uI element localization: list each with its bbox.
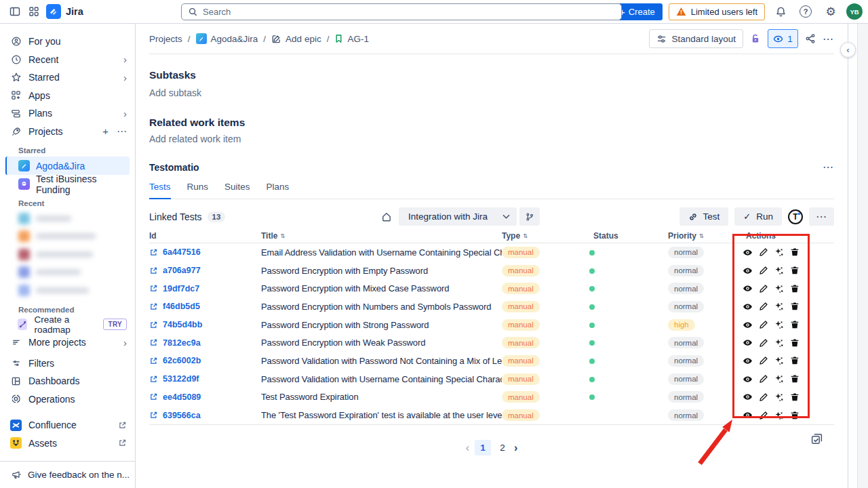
delete-action-icon[interactable] (789, 410, 800, 420)
edit-action-icon[interactable] (758, 247, 768, 258)
eye-action-icon[interactable] (743, 320, 753, 330)
sidebar-item-create-roadmap[interactable]: Create a roadmap TRY (0, 316, 135, 334)
tab-tests[interactable]: Tests (149, 182, 171, 199)
eye-action-icon[interactable] (743, 302, 753, 312)
unlock-icon[interactable] (750, 33, 761, 44)
delete-action-icon[interactable] (789, 374, 800, 384)
page-2-button[interactable]: 2 (496, 440, 509, 455)
edit-action-icon[interactable] (758, 283, 768, 293)
ai-sparkles-action-icon[interactable] (774, 320, 784, 330)
settings-gear-icon[interactable]: ⚙ (821, 3, 840, 20)
sidebar-item-recent[interactable]: Recent › (0, 51, 135, 69)
git-branch-icon[interactable] (519, 207, 540, 226)
recent-project-item[interactable] (0, 245, 135, 264)
edit-action-icon[interactable] (758, 302, 768, 312)
recent-project-item[interactable] (0, 228, 135, 246)
eye-action-icon[interactable] (743, 266, 753, 276)
sidebar-item-assets[interactable]: Assets (0, 434, 135, 453)
notifications-bell-icon[interactable] (771, 3, 790, 20)
sidebar-project-agoda-jira[interactable]: Agoda&Jira (5, 157, 130, 175)
test-id-link[interactable]: 62c6002b (163, 356, 201, 365)
edit-action-icon[interactable] (758, 338, 768, 348)
ai-sparkles-action-icon[interactable] (774, 283, 784, 293)
test-id-link[interactable]: a706a977 (163, 266, 201, 275)
ai-sparkles-action-icon[interactable] (774, 410, 784, 420)
bulk-select-icon[interactable] (810, 432, 823, 445)
testomatio-more-icon[interactable]: ⋯ (823, 161, 834, 174)
delete-action-icon[interactable] (789, 338, 800, 348)
linked-tests-more-icon[interactable]: ⋯ (809, 207, 834, 226)
sidebar-item-confluence[interactable]: Confluence (0, 416, 135, 434)
test-id-link[interactable]: 7812ec9a (163, 338, 201, 348)
share-icon[interactable] (805, 33, 816, 44)
collapse-panel-button[interactable]: ‹ (840, 42, 856, 58)
delete-action-icon[interactable] (789, 266, 800, 276)
search-input[interactable] (203, 7, 615, 17)
ai-sparkles-action-icon[interactable] (774, 374, 784, 384)
help-icon[interactable]: ? (796, 3, 815, 20)
column-priority[interactable]: Priority⇅ (660, 231, 736, 241)
breadcrumb-project[interactable]: Agoda&Jira (196, 33, 258, 44)
collapse-sidebar-icon[interactable] (5, 3, 24, 20)
column-actions[interactable]: Actions (736, 231, 817, 241)
ai-sparkles-action-icon[interactable] (774, 247, 784, 258)
recent-project-item[interactable] (0, 264, 135, 282)
test-id-link[interactable]: 74b5d4bb (163, 320, 202, 329)
edit-action-icon[interactable] (758, 410, 768, 420)
sidebar-item-operations[interactable]: Operations (0, 390, 135, 409)
eye-action-icon[interactable] (743, 247, 753, 258)
delete-action-icon[interactable] (789, 392, 800, 402)
test-id-link[interactable]: f46db5d5 (163, 302, 200, 311)
edit-action-icon[interactable] (758, 320, 768, 330)
eye-action-icon[interactable] (743, 392, 753, 402)
limited-users-button[interactable]: Limited users left (669, 3, 765, 20)
test-button[interactable]: Test (679, 207, 729, 226)
breadcrumb-add-epic[interactable]: Add epic (271, 34, 321, 44)
sidebar-item-plans[interactable]: Plans › (0, 104, 135, 123)
tab-suites[interactable]: Suites (224, 182, 250, 199)
branch-dropdown[interactable]: Integration with Jira (399, 207, 517, 226)
edit-action-icon[interactable] (758, 392, 768, 402)
sidebar-item-apps[interactable]: Apps (0, 87, 135, 105)
home-icon[interactable] (381, 211, 392, 222)
eye-action-icon[interactable] (743, 356, 753, 366)
delete-action-icon[interactable] (789, 320, 800, 330)
eye-action-icon[interactable] (743, 374, 753, 384)
app-switcher-icon[interactable] (24, 3, 43, 20)
breadcrumb-projects[interactable]: Projects (149, 34, 182, 44)
give-feedback-button[interactable]: Give feedback on the n... (0, 461, 135, 488)
page-more-icon[interactable]: ⋯ (823, 33, 834, 45)
previous-page-icon[interactable]: ‹ (466, 442, 469, 454)
user-avatar[interactable]: YB (846, 3, 863, 20)
eye-action-icon[interactable] (743, 410, 753, 420)
sidebar-item-more-projects[interactable]: More projects › (0, 333, 135, 352)
watch-count-button[interactable]: 1 (768, 29, 798, 48)
recent-project-item[interactable] (0, 281, 135, 300)
jira-logo[interactable]: Jira (46, 4, 83, 19)
column-id[interactable]: Id (149, 231, 261, 241)
eye-action-icon[interactable] (743, 338, 753, 348)
edit-action-icon[interactable] (758, 374, 768, 384)
delete-action-icon[interactable] (789, 283, 800, 293)
tab-plans[interactable]: Plans (267, 182, 290, 199)
sidebar-item-for-you[interactable]: For you (0, 33, 135, 51)
run-button[interactable]: ✓ Run (734, 207, 782, 226)
add-related-work-item-button[interactable]: Add related work item (149, 134, 834, 144)
standard-layout-button[interactable]: Standard layout (649, 29, 743, 48)
column-title[interactable]: Title⇅ (261, 231, 502, 241)
recent-project-item[interactable] (0, 209, 135, 228)
page-1-button[interactable]: 1 (475, 440, 491, 455)
add-subtask-button[interactable]: Add subtask (149, 87, 834, 98)
next-page-icon[interactable]: › (514, 442, 517, 454)
sidebar-item-dashboards[interactable]: Dashboards (0, 372, 135, 390)
delete-action-icon[interactable] (789, 302, 800, 312)
test-id-link[interactable]: ee4d5089 (163, 392, 201, 402)
column-type[interactable]: Type⇅ (502, 231, 584, 241)
sidebar-item-starred[interactable]: Starred › (0, 68, 135, 87)
ai-sparkles-action-icon[interactable] (774, 392, 784, 402)
delete-action-icon[interactable] (789, 247, 800, 258)
tab-runs[interactable]: Runs (187, 182, 209, 199)
sidebar-project-test-ibusiness[interactable]: Test iBusiness Funding (5, 175, 130, 193)
testomatio-logo[interactable]: T (788, 209, 803, 224)
test-id-link[interactable]: 6a447516 (163, 247, 201, 257)
